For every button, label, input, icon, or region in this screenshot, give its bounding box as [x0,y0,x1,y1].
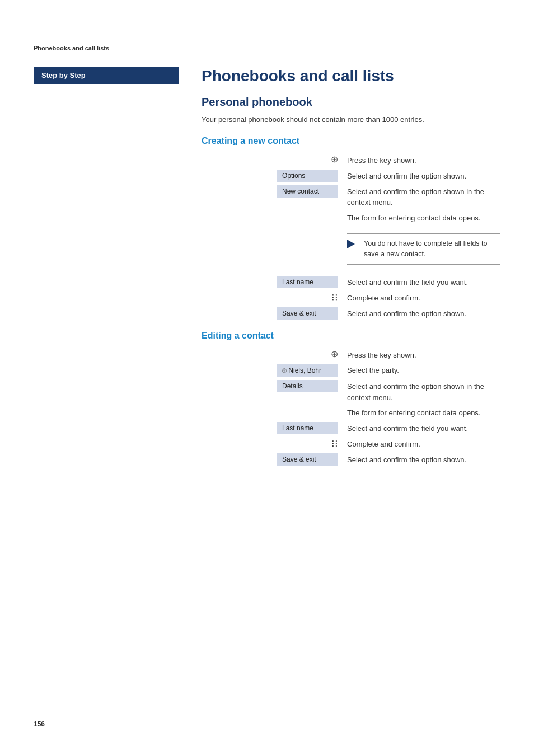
note-row: You do not have to complete all fields t… [202,227,500,273]
step-right: Select and confirm the option shown. [347,307,500,320]
details-button[interactable]: Details [277,380,338,392]
contact-item-button[interactable]: ⎋ Niels, Bohr [277,364,338,377]
step-right: Press the key shown. [347,154,500,166]
step-left: ⊕ [202,349,347,359]
note-arrow [347,238,364,248]
save-exit-button-1[interactable]: Save & exit [277,307,338,320]
step-left: Save & exit [202,453,347,466]
step-left: ⁝⁝ [202,438,347,450]
last-name-button[interactable]: Last name [277,276,338,288]
phone-key-icon: ⊕ [331,154,338,165]
phone-key-icon-2: ⊕ [331,349,338,359]
note-area: You do not have to complete all fields t… [347,227,500,273]
step-right: Select and confirm the option shown in t… [347,380,500,403]
step-row: ⁝⁝ Complete and confirm. [202,438,500,450]
step-left: Last name [202,422,347,434]
step-row: ⎋ Niels, Bohr Select the party. [202,364,500,377]
step-left: Last name [202,276,347,288]
keypad-icon: ⁝⁝ [331,292,338,304]
step-right: Select and confirm the field you want. [347,276,500,288]
step-row: Save & exit Select and confirm the optio… [202,453,500,466]
note-text: You do not have to complete all fields t… [364,238,500,260]
step-right: The form for entering contact data opens… [347,406,500,419]
step-row: Details Select and confirm the option sh… [202,380,500,403]
step-left: ⁝⁝ [202,292,347,304]
editing-contact-title: Editing a contact [202,331,500,341]
step-right: Select and confirm the field you want. [347,422,500,434]
layout: Step by Step Phonebooks and call lists P… [34,67,500,469]
contact-icon: ⎋ [282,366,287,374]
page: Phonebooks and call lists Step by Step P… [0,0,534,756]
last-name-button-2[interactable]: Last name [277,422,338,434]
save-exit-button-2[interactable]: Save & exit [277,453,338,466]
step-left: ⎋ Niels, Bohr [202,364,347,377]
step-left: Details [202,380,347,392]
page-number: 156 [34,720,45,728]
step-row: Options Select and confirm the option sh… [202,170,500,182]
section-personal-phonebook-title: Personal phonebook [202,96,500,109]
intro-text: Your personal phonebook should not conta… [202,114,500,125]
contact-name: Niels, Bohr [288,367,321,374]
step-by-step-label: Step by Step [34,67,179,84]
step-right: Complete and confirm. [347,438,500,450]
step-left: Save & exit [202,307,347,320]
step-row: Last name Select and confirm the field y… [202,422,500,434]
main-title: Phonebooks and call lists [202,67,500,86]
new-contact-button[interactable]: New contact [277,185,338,198]
step-row: New contact Select and confirm the optio… [202,185,500,208]
step-right: Select and confirm the option shown. [347,170,500,182]
note-box: You do not have to complete all fields t… [347,233,500,265]
step-right: Select and confirm the option shown in t… [347,185,500,208]
step-right: Select the party. [347,364,500,376]
step-row: Save & exit Select and confirm the optio… [202,307,500,320]
step-right: The form for entering contact data opens… [347,212,500,224]
step-left: New contact [202,185,347,198]
step-row: The form for entering contact data opens… [202,212,500,224]
step-row: The form for entering contact data opens… [202,406,500,419]
step-right: Complete and confirm. [347,292,500,304]
step-right: Select and confirm the option shown. [347,453,500,466]
step-left: Options [202,170,347,182]
options-button[interactable]: Options [277,170,338,182]
creating-contact-title: Creating a new contact [202,136,500,146]
arrow-icon [347,240,355,248]
left-column: Step by Step [34,67,190,469]
keypad-icon-2: ⁝⁝ [331,438,338,450]
right-column: Phonebooks and call lists Personal phone… [190,67,500,469]
page-header: Phonebooks and call lists [34,45,500,55]
step-left: ⊕ [202,154,347,165]
step-row: ⁝⁝ Complete and confirm. [202,292,500,304]
step-row: Last name Select and confirm the field y… [202,276,500,288]
step-right: Press the key shown. [347,349,500,361]
step-row: ⊕ Press the key shown. [202,349,500,361]
step-row: ⊕ Press the key shown. [202,154,500,166]
